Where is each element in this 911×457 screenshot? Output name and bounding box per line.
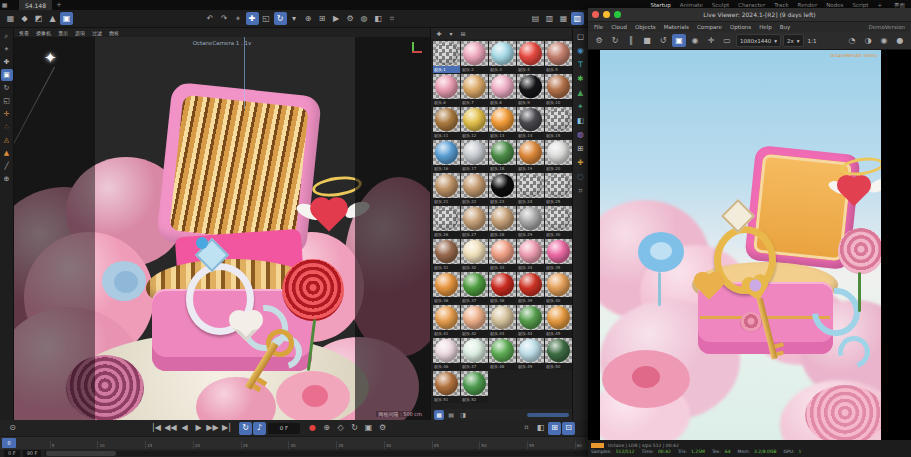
material-swatch[interactable]: 材质.51	[433, 371, 460, 403]
coord-system-icon[interactable]: ⊕	[302, 12, 315, 25]
render-view[interactable]: OctaneRender Demo	[588, 50, 911, 440]
frame-tick[interactable]: 20	[193, 441, 241, 449]
last-tool-icon[interactable]: ▾	[288, 12, 301, 25]
material-swatch[interactable]: 材质.6	[433, 74, 460, 106]
menu-item[interactable]: File	[594, 24, 603, 30]
workplane-icon[interactable]: ◧	[372, 12, 385, 25]
undo-icon[interactable]: ↶	[204, 12, 217, 25]
scale-tool-icon[interactable]: ◱	[1, 95, 13, 107]
material-swatch[interactable]: 材质.39	[517, 272, 544, 304]
record-key-icon[interactable]: ●	[306, 422, 319, 435]
material-mode-icon[interactable]: ◍	[358, 12, 371, 25]
material-swatch[interactable]: 材质.15	[545, 107, 572, 139]
live-selection-icon[interactable]: ⌖	[232, 12, 245, 25]
grid-view-icon[interactable]: ▦	[434, 410, 444, 420]
heart-halo[interactable]	[311, 174, 363, 200]
material-swatch[interactable]: 材质.41	[433, 305, 460, 337]
material-swatch[interactable]: 材质.35	[545, 239, 572, 271]
refresh-icon[interactable]: ↺	[656, 34, 670, 47]
material-swatch[interactable]: 材质.31	[433, 239, 460, 271]
active-tool-icon[interactable]: ▣	[1, 69, 13, 81]
autokey-icon[interactable]: ⚙	[376, 422, 389, 435]
layout-columns-icon[interactable]: ▥	[543, 12, 556, 25]
live-viewer-titlebar[interactable]: Live Viewer: 2024.1-[R2] (9 days left)	[588, 8, 911, 22]
new-tab-button[interactable]: +	[56, 1, 62, 9]
points-mode-icon[interactable]: ∴	[1, 121, 13, 133]
add-material-icon[interactable]: ✚	[434, 29, 444, 39]
frame-tick[interactable]: 35	[336, 441, 384, 449]
pause-render-icon[interactable]: ‖	[624, 34, 638, 47]
material-swatch[interactable]: 材质.48	[489, 338, 516, 370]
redo-icon[interactable]: ↷	[218, 12, 231, 25]
material-swatch[interactable]: 材质.21	[433, 173, 460, 205]
expand-timeline-icon[interactable]: ⊡	[562, 422, 575, 435]
menu-item[interactable]: 面板	[109, 30, 119, 36]
move-tool-icon[interactable]: ✚	[1, 56, 13, 68]
menu-item[interactable]: 过滤	[92, 30, 102, 36]
effector-icon[interactable]: ✦	[575, 101, 587, 113]
render-camera-icon[interactable]: ◉	[688, 34, 702, 47]
material-swatch[interactable]: 材质.23	[489, 173, 516, 205]
sphere-tool-icon[interactable]: ◉	[575, 45, 587, 57]
light-object[interactable]: ✦	[44, 49, 57, 67]
spline-pen-icon[interactable]: ╱	[1, 160, 13, 172]
stop-render-icon[interactable]: ■	[640, 34, 654, 47]
material-swatch[interactable]: 材质.30	[545, 206, 572, 238]
mode-points-icon[interactable]: ◆	[18, 12, 31, 25]
axis-tool-icon[interactable]: ✛	[1, 108, 13, 120]
zoom-tool-icon[interactable]: ⌕	[1, 30, 13, 42]
frame-tick[interactable]: 55	[527, 441, 575, 449]
material-swatch[interactable]: 材质.52	[461, 371, 488, 403]
material-swatch[interactable]: 材质.29	[517, 206, 544, 238]
edges-mode-icon[interactable]: ◬	[1, 134, 13, 146]
material-swatch[interactable]: 材质.24	[517, 173, 544, 205]
menu-item[interactable]: Options	[730, 24, 751, 30]
material-swatch[interactable]: 材质.3	[489, 41, 516, 73]
close-icon[interactable]	[592, 11, 599, 18]
mode-object-icon[interactable]: ▣	[60, 12, 73, 25]
subsample-dropdown[interactable]: 2x▾	[783, 34, 804, 47]
layout-grid-icon[interactable]: ▦	[557, 12, 570, 25]
material-swatch[interactable]: 材质.10	[545, 74, 572, 106]
material-swatch[interactable]: 材质.42	[461, 305, 488, 337]
snap-icon[interactable]: ⌗	[386, 12, 399, 25]
document-tab[interactable]: S4.148	[19, 0, 52, 10]
heart-charm[interactable]	[313, 200, 344, 231]
material-swatch[interactable]: 材质.18	[489, 140, 516, 172]
snap-tool-icon[interactable]: ⊕	[1, 173, 13, 185]
generator-icon[interactable]: ✱	[575, 73, 587, 85]
play-icon[interactable]: ▶	[192, 422, 205, 435]
menu-item[interactable]: 显示	[58, 30, 68, 36]
material-swatch[interactable]: 材质.16	[433, 140, 460, 172]
material-swatch[interactable]: 材质.47	[461, 338, 488, 370]
material-swatch[interactable]: 材质.19	[517, 140, 544, 172]
material-swatch[interactable]: 材质.46	[433, 338, 460, 370]
restart-render-icon[interactable]: ↻	[608, 34, 622, 47]
preview-range-handle[interactable]	[46, 451, 116, 456]
frame-tick[interactable]: 30	[288, 441, 336, 449]
volume-icon[interactable]: ◧	[575, 115, 587, 127]
material-swatch[interactable]: 材质.27	[461, 206, 488, 238]
region-render-icon[interactable]: ▭	[720, 34, 734, 47]
layout-single-icon[interactable]: ▧	[571, 12, 584, 25]
material-swatch[interactable]: 材质.17	[461, 140, 488, 172]
alpha-toggle-icon[interactable]: ◉	[877, 34, 891, 47]
material-preview-icon[interactable]: ◑	[861, 34, 875, 47]
menu-item[interactable]: 选项	[75, 30, 85, 36]
frame-tick[interactable]: 45	[432, 441, 480, 449]
material-swatch[interactable]: 材质.11	[433, 107, 460, 139]
polygons-mode-icon[interactable]: ▲	[1, 147, 13, 159]
material-swatch[interactable]: 材质.33	[489, 239, 516, 271]
material-swatch[interactable]: 材质.20	[545, 140, 572, 172]
render-picture-icon[interactable]: ▶	[330, 12, 343, 25]
layout-split-icon[interactable]: ▤	[529, 12, 542, 25]
material-view-toggle-icon[interactable]: ⊞	[458, 29, 468, 39]
material-swatch[interactable]: 材质.13	[489, 107, 516, 139]
menu-item[interactable]: Cloud	[611, 24, 627, 30]
material-swatch[interactable]: 材质.5	[545, 41, 572, 73]
material-swatch[interactable]: 材质.49	[517, 338, 544, 370]
material-swatch[interactable]: 材质.7	[461, 74, 488, 106]
mode-edges-icon[interactable]: ◩	[32, 12, 45, 25]
material-swatch[interactable]: 材质.34	[517, 239, 544, 271]
focus-picker-icon[interactable]: ✛	[704, 34, 718, 47]
